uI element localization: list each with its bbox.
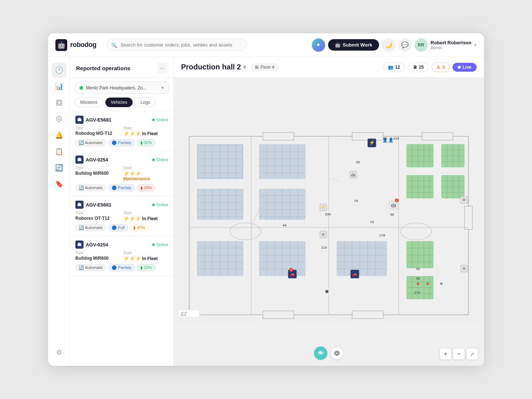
mode-tag-2: 🔄 Automatic [75, 184, 106, 191]
dark-mode-button[interactable]: 🌙 [382, 38, 395, 52]
svg-text:⚙: ⚙ [463, 266, 466, 270]
vehicle-icon-3 [75, 201, 83, 209]
sidebar-item-bell[interactable]: 🔔 [52, 128, 66, 143]
fill-tag-4: 🔵 Partialy [108, 264, 135, 271]
live-label: Live [463, 65, 471, 70]
svg-text:🤖: 🤖 [351, 173, 355, 177]
svg-point-3 [58, 118, 59, 119]
svg-text:56: 56 [416, 267, 420, 271]
sidebar-title: Reported operations [76, 65, 130, 71]
assets-count: 25 [419, 65, 424, 70]
zoom-in-button[interactable]: + [440, 348, 451, 360]
hall-chevron-icon: ▾ [243, 64, 246, 71]
sidebar-item-settings[interactable]: ⚙ [52, 345, 66, 360]
location-chevron-icon: ▾ [161, 85, 164, 91]
tab-vehicles[interactable]: Vehicles [105, 98, 133, 107]
svg-text:96: 96 [383, 136, 387, 140]
nav-actions: ✦ 🤖 Submit Work 🌙 💬 RR Robert Robertson … [312, 38, 477, 52]
vehicle-status-2: Online [152, 157, 168, 162]
svg-text:98: 98 [390, 212, 394, 216]
search-input[interactable] [107, 39, 247, 51]
people-count: 12 [395, 65, 400, 70]
mode-tag-3: 🔄 Automatic [75, 224, 106, 231]
fill-tag-2: 🔵 Partialy [108, 184, 135, 191]
user-role: Admin [431, 45, 472, 50]
type-value-1: Robodog MG-T12 [75, 131, 120, 136]
hall-selector[interactable]: Production hall 2 ▾ [181, 63, 246, 71]
online-dot-4 [152, 243, 155, 246]
map-bottom-tools [314, 347, 344, 360]
vehicle-card-4[interactable]: AGV-0254 Online Type State Bulldog MiR60… [70, 236, 173, 276]
vehicle-status-4: Online [152, 242, 168, 247]
svg-rect-12 [78, 243, 81, 244]
user-name: Robert Robertson [431, 40, 472, 45]
state-label-2: State [123, 166, 168, 170]
tab-logs[interactable]: Logs [135, 98, 156, 107]
battery-tag-4: ▮ 32% [137, 264, 155, 271]
warning-icon: ⚠ [436, 65, 440, 70]
vehicle-id-3: AGV-E5681 [86, 202, 111, 208]
svg-text:⚙: ⚙ [322, 232, 325, 236]
live-indicator: Live [453, 63, 477, 72]
svg-text:50 ft: 50 ft [181, 314, 186, 317]
svg-text:🚗: 🚗 [290, 272, 295, 277]
sidebar-more-button[interactable]: ··· [157, 63, 167, 73]
sidebar-item-sync[interactable]: 🔄 [52, 160, 66, 175]
stat-warnings: ⚠ 3 [432, 62, 450, 72]
svg-text:!: ! [396, 199, 397, 202]
svg-text:⚡: ⚡ [369, 140, 375, 146]
zoom-out-button[interactable]: − [453, 348, 465, 360]
mode-tag-1: 🔄 Automatic [75, 139, 106, 146]
warnings-count: 3 [442, 65, 445, 70]
svg-text:🤖: 🤖 [391, 202, 396, 208]
svg-point-181 [417, 283, 419, 285]
user-area[interactable]: RR Robert Robertson Admin ▾ [415, 38, 477, 52]
state-label-4: State [123, 251, 168, 255]
floor-selector[interactable]: ⊞ Floor 4 [250, 63, 279, 71]
svg-text:78: 78 [354, 199, 358, 203]
svg-point-183 [440, 283, 442, 285]
sidebar-item-chart[interactable]: 📊 [52, 79, 66, 94]
type-label-4: Type [75, 251, 120, 255]
tab-missions[interactable]: Missions [75, 98, 103, 107]
user-info: Robert Robertson Admin [431, 40, 472, 50]
map-area: Production hall 2 ▾ ⊞ Floor 4 👥 12 🖥 25 [174, 57, 484, 366]
submit-work-button[interactable]: 🤖 Submit Work [328, 39, 379, 51]
main-body: 🕐 📊 🔔 📋 🔄 🔖 ⚙ [48, 57, 484, 366]
vehicle-card-1[interactable]: AGV-E5681 Online Type State Robodog MG-T… [70, 111, 173, 151]
battery-tag-2: ▮ 15% [137, 184, 155, 191]
sidebar-item-robot[interactable] [52, 112, 66, 126]
visibility-tool-button[interactable] [330, 347, 344, 360]
state-value-3: ⚡⚡⚡ In Fleet [123, 216, 168, 221]
expand-button[interactable]: ⤢ [466, 348, 478, 360]
submit-work-label: Submit Work [343, 42, 372, 48]
location-selector[interactable]: Menlo Park Headquaters, Zo... ▾ [75, 82, 169, 94]
svg-rect-14 [263, 133, 294, 140]
svg-point-2 [57, 116, 62, 122]
submit-work-icon: 🤖 [335, 42, 341, 48]
svg-rect-7 [78, 158, 81, 161]
vehicle-card-3[interactable]: AGV-E5681 Online Type State Roborex OT-T… [70, 196, 173, 236]
sidebar-item-crop[interactable] [52, 95, 66, 110]
sidebar-item-list[interactable]: 📋 [52, 144, 66, 159]
sidebar-item-bookmark[interactable]: 🔖 [52, 177, 66, 191]
tabs-row: Missions Vehicles Logs [70, 98, 173, 111]
state-value-1: ⚡⚡⚡ In Fleet [123, 131, 168, 136]
svg-text:78: 78 [370, 220, 374, 224]
fill-tag-3: 🔵 Full [108, 224, 128, 231]
svg-text:234: 234 [393, 136, 399, 140]
map-canvas[interactable]: ⚡ 🤖 ⚡ ⚙ 🤖 ! 🚗 [174, 78, 484, 366]
messages-button[interactable]: 💬 [398, 38, 412, 52]
sidebar-item-history[interactable]: 🕐 [52, 63, 66, 78]
layers-tool-button[interactable] [314, 347, 327, 360]
fill-tag-1: 🔵 Partialy [108, 139, 135, 146]
type-value-2: Bulldog MiR600 [75, 171, 120, 181]
svg-text:!: ! [291, 269, 291, 272]
battery-tag-1: ▮ 32% [137, 139, 155, 146]
floor-label: Floor 4 [260, 65, 274, 70]
svg-point-189 [336, 352, 338, 354]
state-value-2: ⚡⚡⚡ Maintenance [123, 171, 168, 181]
logo: 🤖 robodog [55, 39, 96, 51]
vehicle-card-2[interactable]: AGV-0254 Online Type State Bulldog MiR60… [70, 151, 173, 196]
ai-button[interactable]: ✦ [312, 38, 325, 52]
